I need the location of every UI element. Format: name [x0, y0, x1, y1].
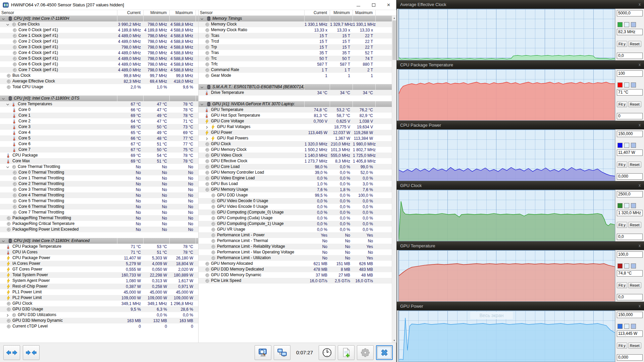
sensor-row[interactable]: Rest-of-Chip Power0,387 W0,258 W0,971 W — [0, 284, 198, 289]
graph-titlebar[interactable]: GPU Powerx — [397, 302, 644, 310]
sensor-row[interactable]: GPU Bus Load1,0 %0,0 %3,0 % — [199, 181, 396, 187]
graph-close-icon[interactable]: x — [639, 183, 641, 187]
graph-bg-color-swatch[interactable] — [624, 22, 629, 27]
sensor-row[interactable]: Average Effective Clock82,3 MHz69,4 MHz4… — [0, 78, 198, 84]
sensor-row[interactable]: Command Rate1 T1 T2 T — [199, 67, 396, 73]
sensor-row[interactable]: GPU Video Decode 0 Usage0,0 %0,0 %0,0 % — [199, 198, 396, 204]
sensor-row[interactable]: Core Thermal ThrottlingNoNoNo — [0, 164, 198, 170]
graph-grid-color-swatch[interactable] — [631, 22, 636, 27]
column-header-sensor[interactable]: Sensor — [0, 10, 117, 15]
sensor-row[interactable]: GPU Computing (Compute_0) Usage0,0 %0,0 … — [199, 209, 396, 215]
reset-button[interactable]: Reset — [628, 282, 641, 288]
column-header-sensor[interactable]: Sensor — [199, 10, 305, 15]
sensor-row[interactable]: Total CPU Usage2,0 %1,0 %9,6 % — [0, 84, 198, 90]
sensor-row[interactable]: GPU Memory Clock1 500,2 MHz101,3 MHz1 80… — [199, 147, 396, 153]
sensor-group-header[interactable]: Memory Timings — [199, 16, 396, 21]
graph-bg-color-swatch[interactable] — [624, 324, 629, 329]
close-button[interactable]: × — [381, 0, 396, 10]
graph-line-color-swatch[interactable] — [618, 143, 623, 148]
sensor-row[interactable]: GPU D3D Memory Dedicated478 MB8 MB483 MB — [199, 266, 396, 272]
sensor-row[interactable]: GPU Rail Voltages18,775 V19,634 V — [199, 124, 396, 130]
sensor-row[interactable]: Drive Temperature34 °C34 °C34 °C — [199, 90, 396, 96]
sensor-row[interactable]: Performance Limit - Reliability VoltageN… — [199, 244, 396, 249]
window-titlebar[interactable]: HWiNFO64 v7.06-4500 Sensor Status [207 v… — [0, 0, 396, 10]
graph-bg-color-swatch[interactable] — [624, 82, 629, 87]
collapse-columns-button[interactable] — [23, 345, 40, 360]
graph-grid-color-swatch[interactable] — [631, 263, 636, 268]
chevron-down-icon[interactable] — [200, 85, 204, 89]
sensor-row[interactable]: PCIe Link Speed16,0 GT/s2,5 GT/s16,0 GT/… — [199, 278, 396, 284]
graph-bg-color-swatch[interactable] — [624, 263, 629, 268]
sensor-row[interactable]: Core 1 Clock (perf #1)4 489,0 MHz798,0 M… — [0, 33, 198, 39]
sensor-row[interactable]: GPU D3D Usage9,5 %6,3 %28,6 % — [0, 306, 198, 312]
sensor-group-header[interactable]: S.M.A.R.T.: ESR01TBTLG-E6GBTNB4 (BE80071… — [199, 84, 396, 90]
sensor-row[interactable]: Core 1 Thermal ThrottlingNoNoNo — [0, 175, 198, 181]
graph-titlebar[interactable]: CPU Package Powerx — [397, 121, 644, 129]
chevron-down-icon[interactable] — [200, 103, 204, 106]
logging-report-button[interactable] — [338, 345, 355, 360]
fit-y-button[interactable]: Fit y — [617, 222, 627, 228]
sensor-row[interactable]: Gear Mode111 — [199, 73, 396, 78]
chevron-down-icon[interactable] — [6, 103, 9, 106]
sensor-row[interactable]: Package/Ring Power Limit ExceededNoNoNo — [0, 227, 198, 232]
sensor-row[interactable]: GPU Computing (Compute_1) Usage0,0 %0,0 … — [199, 221, 396, 227]
chevron-down-icon[interactable] — [2, 97, 5, 100]
graph-close-icon[interactable]: x — [639, 304, 641, 308]
sensor-row[interactable]: CPU Package Power11,407 W5,303 W26,180 W — [0, 255, 198, 261]
sensor-row[interactable]: Performance Limit - Max Operating Voltag… — [199, 249, 396, 255]
scroll-up-icon[interactable]: ▲ — [392, 16, 396, 20]
graph-titlebar[interactable]: CPU Package Temperaturex — [397, 60, 644, 69]
chevron-right-icon[interactable] — [205, 125, 209, 129]
sensor-row[interactable]: Tras35 T35 T52 T — [199, 50, 396, 56]
column-header-current[interactable]: Current — [117, 10, 144, 15]
graph-close-icon[interactable]: x — [639, 63, 641, 67]
chevron-down-icon[interactable] — [200, 17, 204, 20]
graph-close-icon[interactable]: x — [639, 123, 641, 127]
close-sensors-button[interactable] — [376, 345, 393, 360]
sensor-row[interactable]: GPU Video Clock1 140,0 MHz555,0 MHz1 725… — [199, 153, 396, 158]
sensor-row[interactable]: Core 3 Thermal ThrottlingNoNoNo — [0, 187, 198, 192]
sensor-group-header[interactable]: GPU [#1]: NVIDIA GeForce RTX 3070 Laptop… — [199, 101, 396, 107]
sensor-row[interactable]: GPU D3D Memory Dynamic37 MB27 MB48 MB — [199, 272, 396, 278]
remote-sensors-button[interactable] — [274, 345, 290, 360]
fit-y-button[interactable]: Fit y — [617, 41, 627, 47]
fit-y-button[interactable]: Fit y — [617, 162, 627, 168]
sensor-row[interactable]: GPU Core Voltage0,700 V0,625 V1,038 V — [199, 118, 396, 124]
sensor-row[interactable]: Performance Limit - ThermalNoNoNo — [199, 238, 396, 244]
sensor-group-header[interactable]: CPU [#0]: Intel Core i7-11800H — [0, 16, 198, 21]
vertical-scrollbar[interactable]: ▲ ▼ — [392, 16, 396, 343]
reset-button[interactable]: Reset — [628, 41, 641, 47]
sensor-row[interactable]: GPU Video Engine Load0,0 %0,0 %0,0 % — [199, 175, 396, 181]
sensor-row[interactable]: System Agent Power1,080 W0,313 W1,617 W — [0, 278, 198, 284]
sensor-row[interactable]: Core 4 Clock (perf #1)4 489,0 MHz798,0 M… — [0, 50, 198, 56]
sensor-row[interactable]: Trp15 T15 T22 T — [199, 44, 396, 50]
expand-columns-button[interactable] — [3, 345, 20, 360]
graph-grid-color-swatch[interactable] — [631, 324, 636, 329]
scroll-down-icon[interactable]: ▼ — [392, 338, 396, 343]
chevron-down-icon[interactable] — [2, 239, 5, 243]
sensor-row[interactable]: GPU D3D Memory Dynamic163 MB132 MB163 MB — [0, 318, 198, 323]
sensor-row[interactable]: GPU Temperature74,8 °C53,2 °C76,2 °C — [199, 107, 396, 113]
chevron-down-icon[interactable] — [2, 17, 5, 20]
sensor-row[interactable]: Memory Clock Ratio13,33 x13,33 x13,33 x — [199, 27, 396, 33]
sensor-row[interactable]: GPU Memory Usage7,6 %1,8 %7,6 % — [199, 187, 396, 192]
sensor-row[interactable]: Package/Ring Critical TemperatureNoNoNo — [0, 221, 198, 227]
column-header-current[interactable]: Current — [305, 10, 330, 15]
sensor-row[interactable]: Core Max69 °C51 °C78 °C — [0, 158, 198, 164]
graph-line-color-swatch[interactable] — [618, 203, 623, 208]
minimize-button[interactable] — [351, 0, 366, 10]
sensor-group-header[interactable]: CPU [#0]: Intel Core i7-11800H: DTS — [0, 96, 198, 101]
reset-button[interactable]: Reset — [628, 222, 641, 228]
sensor-row[interactable]: GPU Computing (Cuda) Usage0,0 %0,0 %0,0 … — [199, 215, 396, 221]
sensor-row[interactable]: Core 3 Clock (perf #1)798,0 MHz798,0 MHz… — [0, 44, 198, 50]
graph-line-color-swatch[interactable] — [618, 263, 623, 268]
sensor-row[interactable]: Core 169 °C49 °C78 °C — [0, 113, 198, 118]
fit-y-button[interactable]: Fit y — [617, 101, 627, 107]
clock-button[interactable] — [319, 345, 335, 360]
graph-bg-color-swatch[interactable] — [624, 143, 629, 148]
graph-line-color-swatch[interactable] — [618, 22, 623, 27]
sensor-row[interactable]: GPU Memory Controller Load39,0 %0,0 %52,… — [199, 170, 396, 175]
sensor-group-header[interactable]: CPU [#0]: Intel Core i7-11800H: Enhanced — [0, 238, 198, 244]
reset-button[interactable]: Reset — [628, 162, 641, 168]
graph-close-icon[interactable]: x — [639, 244, 641, 248]
